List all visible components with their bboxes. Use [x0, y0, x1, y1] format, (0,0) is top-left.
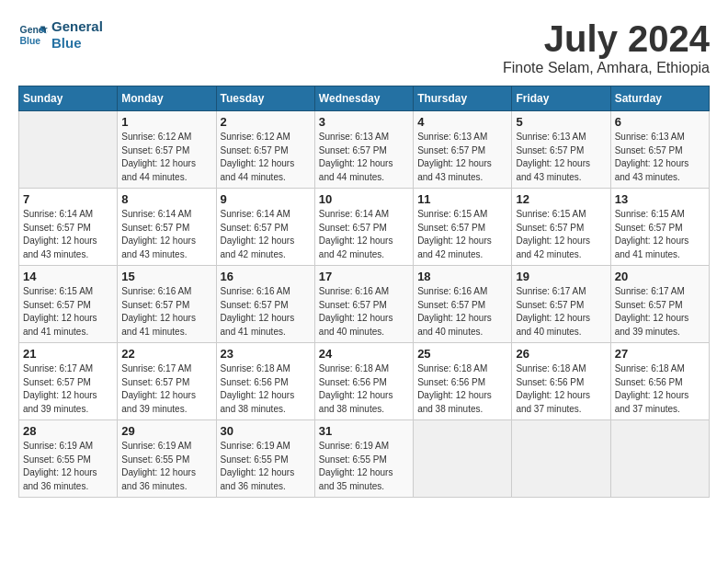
calendar-cell: 13Sunrise: 6:15 AM Sunset: 6:57 PM Dayli…	[610, 189, 709, 266]
day-number: 26	[516, 347, 606, 361]
calendar-cell: 8Sunrise: 6:14 AM Sunset: 6:57 PM Daylig…	[118, 189, 216, 266]
day-info: Sunrise: 6:17 AM Sunset: 6:57 PM Dayligh…	[516, 285, 606, 339]
day-number: 21	[23, 347, 113, 361]
day-info: Sunrise: 6:13 AM Sunset: 6:57 PM Dayligh…	[615, 131, 705, 184]
day-number: 4	[417, 115, 507, 129]
day-info: Sunrise: 6:16 AM Sunset: 6:57 PM Dayligh…	[121, 285, 211, 339]
day-number: 23	[221, 347, 311, 361]
day-number: 18	[417, 270, 507, 283]
calendar-cell: 7Sunrise: 6:14 AM Sunset: 6:57 PM Daylig…	[19, 189, 118, 266]
calendar-week-4: 21Sunrise: 6:17 AM Sunset: 6:57 PM Dayli…	[19, 343, 710, 420]
day-number: 5	[516, 115, 606, 129]
weekday-header-tuesday: Tuesday	[216, 86, 314, 111]
day-info: Sunrise: 6:18 AM Sunset: 6:56 PM Dayligh…	[516, 362, 606, 416]
calendar-cell: 27Sunrise: 6:18 AM Sunset: 6:56 PM Dayli…	[610, 343, 709, 420]
calendar-cell: 1Sunrise: 6:12 AM Sunset: 6:57 PM Daylig…	[118, 111, 216, 189]
calendar-cell: 14Sunrise: 6:15 AM Sunset: 6:57 PM Dayli…	[19, 266, 118, 343]
day-number: 10	[319, 192, 409, 206]
calendar-cell: 9Sunrise: 6:14 AM Sunset: 6:57 PM Daylig…	[216, 189, 314, 266]
day-info: Sunrise: 6:17 AM Sunset: 6:57 PM Dayligh…	[23, 362, 113, 416]
calendar-cell: 11Sunrise: 6:15 AM Sunset: 6:57 PM Dayli…	[414, 189, 512, 266]
logo-line1: General	[51, 18, 103, 35]
day-number: 29	[121, 424, 211, 438]
day-number: 15	[121, 270, 211, 283]
day-number: 2	[221, 115, 311, 129]
svg-text:Blue: Blue	[20, 36, 41, 46]
day-number: 19	[516, 270, 606, 283]
day-number: 31	[319, 424, 409, 438]
calendar-cell: 26Sunrise: 6:18 AM Sunset: 6:56 PM Dayli…	[512, 343, 610, 420]
weekday-header-sunday: Sunday	[19, 86, 118, 111]
calendar-cell: 2Sunrise: 6:12 AM Sunset: 6:57 PM Daylig…	[216, 111, 314, 189]
day-info: Sunrise: 6:12 AM Sunset: 6:57 PM Dayligh…	[121, 131, 211, 184]
calendar-cell	[19, 111, 118, 189]
day-number: 24	[319, 347, 409, 361]
calendar-header-row: SundayMondayTuesdayWednesdayThursdayFrid…	[19, 86, 710, 111]
day-info: Sunrise: 6:14 AM Sunset: 6:57 PM Dayligh…	[319, 208, 409, 261]
day-info: Sunrise: 6:19 AM Sunset: 6:55 PM Dayligh…	[319, 440, 409, 493]
calendar-cell: 4Sunrise: 6:13 AM Sunset: 6:57 PM Daylig…	[414, 111, 512, 189]
day-info: Sunrise: 6:15 AM Sunset: 6:57 PM Dayligh…	[615, 208, 705, 261]
calendar-cell: 5Sunrise: 6:13 AM Sunset: 6:57 PM Daylig…	[512, 111, 610, 189]
day-number: 12	[516, 192, 606, 206]
day-info: Sunrise: 6:19 AM Sunset: 6:55 PM Dayligh…	[23, 440, 113, 493]
weekday-header-monday: Monday	[118, 86, 216, 111]
day-info: Sunrise: 6:18 AM Sunset: 6:56 PM Dayligh…	[615, 362, 705, 416]
day-number: 25	[417, 347, 507, 361]
calendar-cell: 30Sunrise: 6:19 AM Sunset: 6:55 PM Dayli…	[216, 420, 314, 498]
day-number: 22	[121, 347, 211, 361]
calendar-week-1: 1Sunrise: 6:12 AM Sunset: 6:57 PM Daylig…	[19, 111, 710, 189]
calendar-cell: 10Sunrise: 6:14 AM Sunset: 6:57 PM Dayli…	[314, 189, 413, 266]
day-info: Sunrise: 6:18 AM Sunset: 6:56 PM Dayligh…	[417, 362, 507, 416]
day-number: 17	[319, 270, 409, 283]
logo: General Blue General Blue	[18, 18, 103, 52]
weekday-header-thursday: Thursday	[414, 86, 512, 111]
day-number: 28	[23, 424, 113, 438]
day-info: Sunrise: 6:14 AM Sunset: 6:57 PM Dayligh…	[221, 208, 311, 261]
day-number: 6	[615, 115, 705, 129]
day-number: 7	[23, 192, 113, 206]
calendar-cell	[610, 420, 709, 498]
day-number: 9	[221, 192, 311, 206]
day-info: Sunrise: 6:14 AM Sunset: 6:57 PM Dayligh…	[23, 208, 113, 261]
subtitle: Finote Selam, Amhara, Ethiopia	[503, 60, 710, 76]
day-number: 13	[615, 192, 705, 206]
weekday-header-saturday: Saturday	[610, 86, 709, 111]
day-info: Sunrise: 6:16 AM Sunset: 6:57 PM Dayligh…	[417, 285, 507, 339]
weekday-header-friday: Friday	[512, 86, 610, 111]
calendar-cell: 25Sunrise: 6:18 AM Sunset: 6:56 PM Dayli…	[414, 343, 512, 420]
day-info: Sunrise: 6:14 AM Sunset: 6:57 PM Dayligh…	[121, 208, 211, 261]
day-info: Sunrise: 6:13 AM Sunset: 6:57 PM Dayligh…	[417, 131, 507, 184]
calendar-cell: 19Sunrise: 6:17 AM Sunset: 6:57 PM Dayli…	[512, 266, 610, 343]
day-info: Sunrise: 6:19 AM Sunset: 6:55 PM Dayligh…	[221, 440, 311, 493]
day-number: 27	[615, 347, 705, 361]
day-number: 20	[615, 270, 705, 283]
month-title: July 2024	[503, 18, 710, 60]
page-header: General Blue General Blue July 2024 Fino…	[18, 18, 710, 76]
day-number: 3	[319, 115, 409, 129]
calendar-table: SundayMondayTuesdayWednesdayThursdayFrid…	[18, 86, 710, 498]
calendar-cell: 6Sunrise: 6:13 AM Sunset: 6:57 PM Daylig…	[610, 111, 709, 189]
calendar-cell: 16Sunrise: 6:16 AM Sunset: 6:57 PM Dayli…	[216, 266, 314, 343]
day-info: Sunrise: 6:13 AM Sunset: 6:57 PM Dayligh…	[319, 131, 409, 184]
calendar-cell: 22Sunrise: 6:17 AM Sunset: 6:57 PM Dayli…	[118, 343, 216, 420]
weekday-header-wednesday: Wednesday	[314, 86, 413, 111]
day-number: 11	[417, 192, 507, 206]
day-number: 16	[221, 270, 311, 283]
calendar-cell: 24Sunrise: 6:18 AM Sunset: 6:56 PM Dayli…	[314, 343, 413, 420]
day-info: Sunrise: 6:15 AM Sunset: 6:57 PM Dayligh…	[516, 208, 606, 261]
day-info: Sunrise: 6:17 AM Sunset: 6:57 PM Dayligh…	[121, 362, 211, 416]
day-info: Sunrise: 6:16 AM Sunset: 6:57 PM Dayligh…	[221, 285, 311, 339]
day-number: 1	[121, 115, 211, 129]
calendar-week-3: 14Sunrise: 6:15 AM Sunset: 6:57 PM Dayli…	[19, 266, 710, 343]
day-info: Sunrise: 6:13 AM Sunset: 6:57 PM Dayligh…	[516, 131, 606, 184]
logo-icon: General Blue	[18, 20, 48, 50]
calendar-cell: 23Sunrise: 6:18 AM Sunset: 6:56 PM Dayli…	[216, 343, 314, 420]
day-number: 14	[23, 270, 113, 283]
calendar-body: 1Sunrise: 6:12 AM Sunset: 6:57 PM Daylig…	[19, 111, 710, 498]
day-number: 30	[221, 424, 311, 438]
calendar-cell	[414, 420, 512, 498]
calendar-cell: 20Sunrise: 6:17 AM Sunset: 6:57 PM Dayli…	[610, 266, 709, 343]
logo-line2: Blue	[51, 35, 103, 52]
calendar-week-2: 7Sunrise: 6:14 AM Sunset: 6:57 PM Daylig…	[19, 189, 710, 266]
